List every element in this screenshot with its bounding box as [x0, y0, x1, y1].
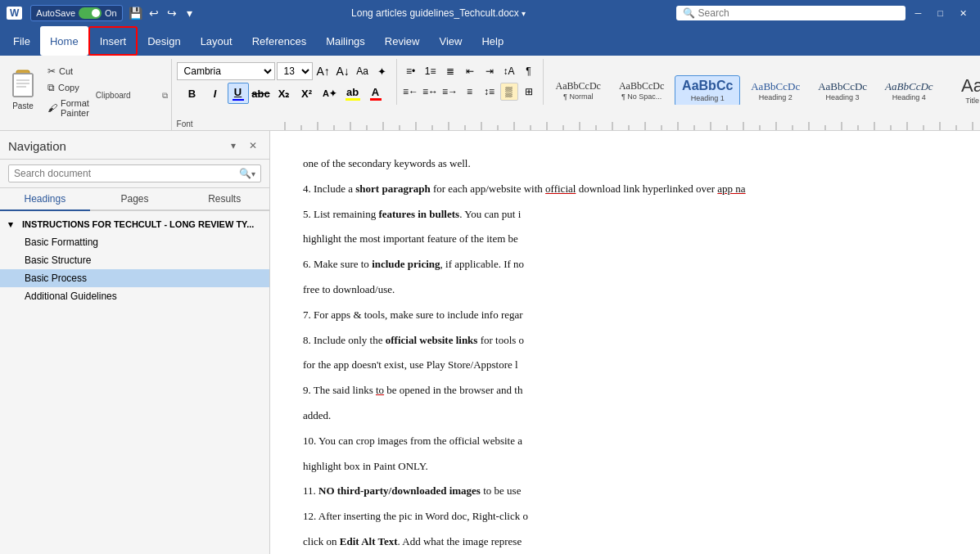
nav-item-basic-structure[interactable]: Basic Structure — [0, 251, 269, 269]
clipboard-expand-icon[interactable]: ⧉ — [162, 91, 168, 101]
search-input[interactable] — [698, 7, 899, 19]
ribbon-clipboard-group: Paste ✂ Cut ⧉ Copy 🖌 Format Painter Clip… — [0, 59, 172, 130]
title-dropdown[interactable]: ▾ — [522, 9, 526, 18]
text-highlight-button[interactable]: ab — [342, 83, 364, 104]
collapse-icon[interactable]: ▾ — [8, 219, 18, 230]
cut-button[interactable]: ✂ Cut — [44, 64, 96, 79]
para-10b: click on Edit Alt Text. Add what the ima… — [303, 534, 947, 551]
increase-indent-button[interactable]: ⇥ — [481, 62, 499, 80]
para-10: 12. After inserting the pic in Word doc,… — [303, 508, 947, 525]
superscript-button[interactable]: X² — [296, 83, 318, 104]
nav-search-input[interactable] — [14, 168, 239, 179]
ruler-svg — [277, 114, 973, 130]
style-title[interactable]: Aa Title — [944, 73, 980, 109]
paste-button[interactable]: Paste — [3, 62, 43, 130]
autosave-badge[interactable]: AutoSave On — [30, 5, 122, 21]
font-color-button[interactable]: A — [365, 83, 386, 104]
menu-file[interactable]: File — [3, 26, 40, 56]
nav-title: Navigation — [8, 139, 66, 153]
menu-references[interactable]: References — [242, 26, 316, 56]
para-3b: highlight the most important feature of … — [303, 231, 947, 248]
align-center-button[interactable]: ≡↔ — [422, 83, 440, 101]
font-format-row: B I U abc X₂ X² A✦ ab A — [182, 83, 386, 104]
nav-search-icon[interactable]: 🔍 — [239, 168, 251, 179]
font-name-select[interactable]: Cambria — [177, 62, 275, 80]
autosave-state: On — [105, 8, 117, 18]
multilevel-button[interactable]: ≣ — [441, 62, 459, 80]
nav-search-box[interactable]: 🔍 ▾ — [8, 164, 261, 182]
style-h3-label: Heading 3 — [826, 93, 860, 101]
maximize-button[interactable]: □ — [931, 7, 950, 20]
customize-icon[interactable]: ▾ — [182, 5, 198, 21]
nav-collapse-button[interactable]: ▾ — [225, 137, 242, 154]
style-h2-preview: AaBbCcDc — [751, 81, 800, 92]
format-painter-button[interactable]: 🖌 Format Painter — [44, 97, 96, 119]
change-case-button[interactable]: Aa — [354, 62, 372, 80]
nav-item-additional-guidelines[interactable]: Additional Guidelines — [0, 287, 269, 305]
menu-home[interactable]: Home — [40, 26, 88, 56]
strikethrough-button[interactable]: abc — [251, 83, 272, 104]
align-left-button[interactable]: ≡← — [402, 83, 420, 101]
copy-label: Copy — [58, 83, 79, 92]
font-name-row: Cambria 13 A↑ A↓ Aa ✦ — [177, 62, 391, 80]
style-heading3[interactable]: AaBbCcDc Heading 3 — [811, 77, 874, 106]
ruler — [270, 105, 980, 131]
nav-item-basic-process[interactable]: Basic Process — [0, 269, 269, 287]
underline-button[interactable]: U — [228, 83, 249, 104]
borders-button[interactable]: ⊞ — [520, 83, 538, 101]
decrease-font-button[interactable]: A↓ — [334, 62, 352, 80]
redo-icon[interactable]: ↪ — [164, 5, 180, 21]
bold-button[interactable]: B — [182, 83, 203, 104]
menu-help[interactable]: Help — [472, 26, 513, 56]
style-normal-preview: AaBbCcDc — [556, 81, 601, 91]
font-size-select[interactable]: 13 — [277, 62, 313, 80]
minimize-button[interactable]: ─ — [909, 7, 928, 20]
search-box[interactable]: 🔍 — [676, 6, 905, 20]
undo-icon[interactable]: ↩ — [146, 5, 162, 21]
sort-button[interactable]: ↕A — [500, 62, 518, 80]
decrease-indent-button[interactable]: ⇤ — [461, 62, 479, 80]
para-5: 7. For apps & tools, make sure to includ… — [303, 307, 947, 324]
shading-button[interactable]: ▒ — [500, 83, 518, 101]
para-4b: free to download/use. — [303, 282, 947, 299]
style-no-spacing[interactable]: AaBbCcDc ¶ No Spac... — [612, 77, 671, 105]
justify-button[interactable]: ≡ — [461, 83, 479, 101]
copy-icon: ⧉ — [47, 82, 55, 93]
paste-icon — [8, 65, 38, 101]
line-spacing-button[interactable]: ↕≡ — [481, 83, 499, 101]
menu-design[interactable]: Design — [138, 26, 190, 56]
menu-mailings[interactable]: Mailings — [316, 26, 375, 56]
nav-search-dropdown[interactable]: ▾ — [251, 169, 255, 178]
nav-tab-headings[interactable]: Headings — [0, 188, 90, 211]
menu-view[interactable]: View — [429, 26, 472, 56]
menu-review[interactable]: Review — [375, 26, 430, 56]
copy-button[interactable]: ⧉ Copy — [44, 80, 96, 95]
menu-insert[interactable]: Insert — [88, 26, 138, 56]
show-marks-button[interactable]: ¶ — [520, 62, 538, 80]
subscript-button[interactable]: X₂ — [273, 83, 295, 104]
nav-item-root[interactable]: ▾ INSTRUCTIONS FOR TECHCULT - LONG REVIE… — [0, 216, 269, 233]
style-heading1[interactable]: AaBbCc Heading 1 — [675, 75, 740, 106]
numbering-button[interactable]: 1≡ — [422, 62, 440, 80]
bullets-button[interactable]: ≡• — [402, 62, 420, 80]
nav-item-basic-formatting[interactable]: Basic Formatting — [0, 233, 269, 251]
style-heading4[interactable]: AaBbCcDc Heading 4 — [878, 77, 940, 106]
style-heading2[interactable]: AaBbCcDc Heading 2 — [743, 77, 807, 106]
increase-font-button[interactable]: A↑ — [314, 62, 332, 80]
italic-button[interactable]: I — [205, 83, 226, 104]
save-icon[interactable]: 💾 — [128, 5, 144, 21]
content-area: one of the secondary keywords as well. 4… — [270, 131, 980, 554]
nav-close-button[interactable]: ✕ — [245, 137, 261, 154]
text-effects-button[interactable]: A✦ — [319, 83, 341, 104]
align-right-button[interactable]: ≡→ — [441, 83, 459, 101]
style-normal[interactable]: AaBbCcDc ¶ Normal — [549, 77, 608, 105]
navigation-pane: Navigation ▾ ✕ 🔍 ▾ Headings Pages Result… — [0, 131, 270, 554]
close-button[interactable]: ✕ — [953, 7, 973, 20]
autosave-toggle[interactable] — [79, 7, 102, 19]
menu-layout[interactable]: Layout — [191, 26, 242, 56]
clear-formatting-button[interactable]: ✦ — [373, 62, 391, 80]
clipboard-group-label: Clipboard — [96, 91, 131, 100]
nav-tab-pages[interactable]: Pages — [90, 188, 180, 211]
nav-tab-results[interactable]: Results — [179, 188, 269, 211]
para-3: 5. List remaining features in bullets. Y… — [303, 206, 947, 223]
